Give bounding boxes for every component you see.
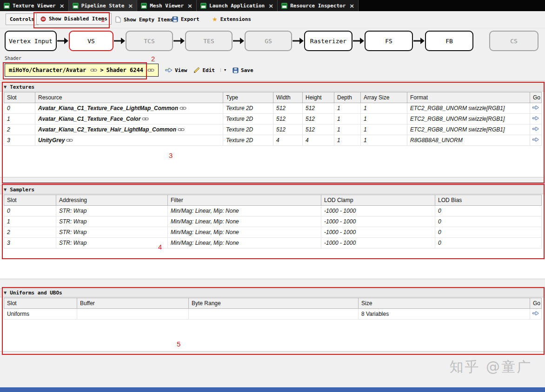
close-icon[interactable]: × bbox=[60, 3, 65, 9]
col-depth[interactable]: Depth bbox=[334, 92, 361, 103]
col-format[interactable]: Format bbox=[407, 92, 530, 103]
col-slot[interactable]: Slot bbox=[4, 195, 56, 206]
tab-launch-application[interactable]: Launch Application × bbox=[197, 0, 278, 11]
tab-texture-viewer[interactable]: Texture Viewer × bbox=[0, 0, 69, 11]
stage-vs[interactable]: VS bbox=[69, 31, 113, 51]
show-disabled-items-button[interactable]: Show Disabled Items bbox=[36, 13, 112, 25]
array-size-cell: 1 bbox=[361, 114, 407, 124]
table-row[interactable]: 0 Avatar_Kiana_C1_Texture_Face_LightMap_… bbox=[4, 103, 542, 114]
stage-vertex-input[interactable]: Vertex Input bbox=[5, 31, 57, 51]
col-array-size[interactable]: Array Size bbox=[361, 92, 407, 103]
samplers-section-header[interactable]: ▼ Samplers bbox=[0, 185, 545, 194]
col-lod-bias[interactable]: LOD Bias bbox=[435, 195, 542, 206]
col-height[interactable]: Height bbox=[303, 92, 334, 103]
table-row[interactable]: 2 Avatar_Kiana_C2_Texture_Hair_LightMap_… bbox=[4, 124, 542, 135]
col-size[interactable]: Size bbox=[359, 298, 530, 309]
close-icon[interactable]: × bbox=[268, 3, 273, 9]
type-cell: Texture 2D bbox=[223, 103, 273, 114]
height-cell: 512 bbox=[303, 103, 334, 114]
stage-fb[interactable]: FB bbox=[425, 31, 473, 51]
collapse-triangle-icon[interactable]: ▼ bbox=[4, 291, 7, 295]
table-row[interactable]: Uniforms 8 Variables bbox=[4, 309, 542, 320]
col-filter[interactable]: Filter bbox=[168, 195, 321, 206]
table-row[interactable]: 1 Avatar_Kiana_C1_Texture_Face_Color Tex… bbox=[4, 114, 542, 124]
close-icon[interactable]: × bbox=[128, 3, 133, 9]
textures-table: Slot Resource Type Width Height Depth Ar… bbox=[4, 92, 542, 146]
col-resource[interactable]: Resource bbox=[35, 92, 223, 103]
stage-label: VS bbox=[87, 38, 95, 45]
table-row[interactable]: 3 UnityGrey Texture 2D 4 4 1 1 R8G8B8A8_… bbox=[4, 135, 542, 146]
link-icon[interactable] bbox=[147, 68, 154, 72]
type-cell: Texture 2D bbox=[223, 114, 273, 124]
watermark: 知乎 @童广 bbox=[449, 358, 532, 377]
stage-rasterizer[interactable]: Rasterizer bbox=[304, 31, 352, 51]
extensions-button[interactable]: ★ Extensions bbox=[208, 14, 255, 25]
controls-button[interactable]: Controls bbox=[6, 13, 39, 25]
uniforms-section-header[interactable]: ▼ Uniforms and UBOs bbox=[0, 288, 545, 297]
resource-name: Avatar_Kiana_C2_Texture_Hair_LightMap_Co… bbox=[38, 126, 176, 133]
depth-cell: 1 bbox=[334, 114, 361, 124]
uniforms-section-title: Uniforms and UBOs bbox=[10, 290, 62, 296]
go-cell bbox=[530, 309, 542, 320]
link-icon[interactable] bbox=[178, 127, 185, 132]
go-arrow-icon[interactable] bbox=[532, 137, 539, 142]
go-arrow-icon[interactable] bbox=[532, 311, 539, 316]
col-go[interactable]: Go bbox=[530, 92, 542, 103]
resource-name: Avatar_Kiana_C1_Texture_Face_Color bbox=[38, 116, 140, 122]
table-row[interactable]: 3 STR: Wrap Min/Mag: Linear, Mip: None -… bbox=[4, 238, 542, 248]
height-cell: 512 bbox=[303, 114, 334, 124]
col-lod-clamp[interactable]: LOD Clamp bbox=[321, 195, 435, 206]
go-arrow-icon[interactable] bbox=[532, 126, 539, 131]
height-cell: 4 bbox=[303, 135, 334, 146]
save-shader-button[interactable]: Save bbox=[233, 67, 253, 73]
app-window-icon bbox=[281, 3, 287, 9]
tab-pipeline-state[interactable]: Pipeline State × bbox=[69, 0, 138, 11]
disabled-ban-icon bbox=[40, 16, 46, 22]
close-icon[interactable]: × bbox=[187, 3, 193, 9]
shader-name-link[interactable]: Shader 6244 bbox=[106, 67, 143, 73]
col-go[interactable]: Go bbox=[530, 298, 542, 309]
col-slot[interactable]: Slot bbox=[4, 298, 77, 309]
show-empty-items-button[interactable]: Show Empty Items bbox=[112, 14, 177, 25]
lod-bias-cell: 0 bbox=[435, 238, 542, 248]
tab-resource-inspector[interactable]: Resource Inspector × bbox=[278, 0, 359, 11]
extensions-label: Extensions bbox=[220, 16, 251, 22]
edit-shader-button[interactable]: Edit ▼ bbox=[193, 67, 226, 73]
go-arrow-icon[interactable] bbox=[532, 105, 539, 110]
stage-tes[interactable]: TES bbox=[185, 31, 233, 51]
col-type[interactable]: Type bbox=[223, 92, 273, 103]
col-byte-range[interactable]: Byte Range bbox=[189, 298, 359, 309]
col-width[interactable]: Width bbox=[273, 92, 303, 103]
table-row[interactable]: 1 STR: Wrap Min/Mag: Linear, Mip: None -… bbox=[4, 216, 542, 227]
export-button[interactable]: Export bbox=[168, 14, 203, 25]
link-icon[interactable] bbox=[66, 138, 73, 143]
stage-tcs[interactable]: TCS bbox=[126, 31, 173, 51]
app-window-icon bbox=[73, 3, 79, 9]
tab-mesh-viewer[interactable]: Mesh Viewer × bbox=[137, 0, 197, 11]
go-arrow-icon[interactable] bbox=[532, 116, 539, 121]
textures-section-header[interactable]: ▼ Textures bbox=[0, 83, 545, 91]
link-icon[interactable] bbox=[90, 68, 97, 72]
view-shader-button[interactable]: View bbox=[165, 67, 187, 73]
table-row[interactable]: 2 STR: Wrap Min/Mag: Linear, Mip: None -… bbox=[4, 227, 542, 238]
chevron-down-icon[interactable]: ▼ bbox=[220, 68, 226, 72]
close-icon[interactable]: × bbox=[349, 3, 354, 9]
col-buffer[interactable]: Buffer bbox=[77, 298, 189, 309]
col-addressing[interactable]: Addressing bbox=[56, 195, 168, 206]
collapse-triangle-icon[interactable]: ▼ bbox=[4, 85, 7, 89]
resource-cell: Avatar_Kiana_C1_Texture_Face_Color bbox=[35, 114, 223, 124]
format-cell: ETC2_RGB8_UNORM swizzle[RGB1] bbox=[407, 124, 530, 135]
link-icon[interactable] bbox=[142, 117, 149, 121]
flow-arrow-icon bbox=[292, 31, 304, 51]
stage-cs[interactable]: CS bbox=[489, 31, 538, 51]
link-icon[interactable] bbox=[179, 106, 186, 111]
shader-path-link[interactable]: miHoYo/Character/Avatar bbox=[9, 67, 86, 73]
collapse-triangle-icon[interactable]: ▼ bbox=[4, 188, 7, 192]
table-row[interactable]: 0 STR: Wrap Min/Mag: Linear, Mip: None -… bbox=[4, 206, 542, 216]
resource-name: Avatar_Kiana_C1_Texture_Face_LightMap_Co… bbox=[38, 105, 178, 111]
slot-cell: 2 bbox=[4, 124, 35, 135]
stage-fs[interactable]: FS bbox=[365, 31, 413, 51]
stage-gs[interactable]: GS bbox=[245, 31, 292, 51]
col-slot[interactable]: Slot bbox=[4, 92, 35, 103]
shader-row: miHoYo/Character/Avatar > Shader 6244 Vi… bbox=[5, 63, 253, 77]
